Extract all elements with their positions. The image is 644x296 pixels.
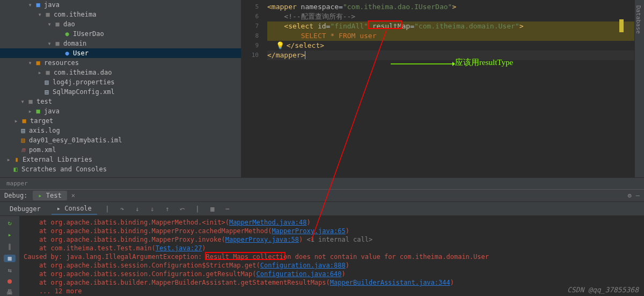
tree-pom[interactable]: mpom.xml: [0, 145, 241, 155]
code-line-10[interactable]: </mapper>: [267, 50, 634, 60]
console-tab[interactable]: ▸ Console: [52, 203, 97, 215]
test-folder-icon: ■: [34, 107, 42, 115]
view-breakpoints-button[interactable]: [4, 278, 16, 284]
tree-label: com.itheima.dao: [54, 69, 112, 76]
console-left-toolbar: ↻ ▸ ∥ ■ ⇆ 🖶 ⚙: [0, 216, 19, 296]
stack-trace-line[interactable]: at com.itheima.test.Test.main(Test.java:…: [24, 244, 640, 252]
right-tool-bar[interactable]: Database: [634, 0, 644, 177]
tree-java2[interactable]: ▸■java: [0, 106, 241, 116]
debug-label: Debug:: [4, 192, 27, 199]
file-icon: ▤: [19, 127, 27, 134]
print-button[interactable]: 🖶: [4, 288, 16, 296]
annotation-text: 应该用resultType: [455, 57, 513, 68]
tree-user[interactable]: ●User: [0, 48, 241, 58]
spacer: [56, 50, 62, 56]
package-icon: ■: [54, 40, 61, 47]
code-line-5[interactable]: <mapper namespace="com.itheima.dao.IUser…: [267, 2, 634, 12]
soft-wrap-button[interactable]: ⇆: [4, 266, 16, 274]
chevron-down-icon: ▾: [46, 40, 53, 47]
minimize-icon[interactable]: —: [636, 192, 640, 199]
tree-resources[interactable]: ▾■resources: [0, 58, 241, 68]
tree-target[interactable]: ▸■target: [0, 116, 241, 126]
intention-bulb-icon[interactable]: 💡: [276, 41, 284, 49]
tree-label: log4j.properties: [53, 78, 115, 86]
chevron-right-icon: ▸: [5, 156, 12, 163]
code-line-9[interactable]: 💡</select>: [267, 41, 634, 50]
tree-iml[interactable]: ▤day01_eesy_01mybatis.iml: [0, 135, 241, 145]
folder-icon: ■: [34, 1, 42, 9]
stack-trace-line[interactable]: at org.apache.ibatis.binding.MapperMetho…: [24, 218, 640, 227]
chevron-right-icon: ▸: [36, 69, 43, 76]
toolbar-sep2: |: [193, 204, 202, 214]
tree-test[interactable]: ▾■test: [0, 97, 241, 106]
tree-label: IUserDao: [73, 30, 104, 38]
pause-button[interactable]: ∥: [4, 243, 16, 250]
step-over-icon[interactable]: ↷: [118, 204, 127, 214]
project-tree[interactable]: ▾■java ▾■com.itheima ▾■dao ●IUserDao ▾■d…: [0, 0, 241, 177]
warning-stripe[interactable]: [619, 19, 624, 32]
breadcrumb-bar[interactable]: mapper: [0, 177, 644, 189]
code-line-8[interactable]: SELECT * FROM user: [267, 31, 634, 41]
line-gutter: 5 6 7 8 9 10: [241, 0, 263, 177]
code-editor[interactable]: 5 6 7 8 9 10 <mapper namespace="com.ithe…: [241, 0, 634, 177]
code-line-7[interactable]: <select id="findAll" resultMap="com.ithe…: [267, 21, 634, 31]
close-icon[interactable]: ×: [71, 192, 75, 199]
package-icon: ■: [44, 11, 52, 18]
tree-label: dao: [63, 20, 75, 28]
tree-domain[interactable]: ▾■domain: [0, 39, 241, 48]
tree-label: java: [44, 1, 60, 9]
scratches-icon: ◧: [12, 165, 19, 173]
chevron-down-icon: ▾: [27, 60, 33, 66]
debugger-tab[interactable]: Debugger: [4, 204, 46, 214]
stack-trace-line[interactable]: at org.apache.ibatis.binding.MapperProxy…: [24, 227, 640, 235]
tree-label: SqlMapConfig.xml: [53, 88, 115, 96]
module-icon: ▤: [19, 136, 27, 144]
tree-scratches[interactable]: ◧Scratches and Consoles: [0, 164, 241, 174]
tree-java[interactable]: ▾■java: [0, 0, 241, 10]
tree-dao[interactable]: ▾■dao: [0, 19, 241, 29]
target-icon: ■: [20, 117, 28, 125]
tree-iuserdao[interactable]: ●IUserDao: [0, 29, 241, 39]
step-out-icon[interactable]: ↑: [163, 204, 172, 214]
tree-sqlmapconfig[interactable]: ▤SqlMapConfig.xml: [0, 87, 241, 97]
stack-trace-line[interactable]: at org.apache.ibatis.session.Configurati…: [24, 261, 640, 270]
tree-ext-libs[interactable]: ▸▮External Libraries: [0, 155, 241, 164]
tree-com-itheima-dao[interactable]: ▸■com.itheima.dao: [0, 68, 241, 77]
evaluate-icon[interactable]: ▦: [208, 204, 217, 214]
annotation-arrow-icon: [391, 61, 455, 67]
drop-frame-icon[interactable]: ⤺: [178, 204, 187, 214]
settings-icon[interactable]: ⚙: [628, 192, 632, 199]
maven-icon: m: [19, 146, 27, 154]
stack-trace-line[interactable]: ... 12 more: [24, 287, 640, 295]
stack-trace-line[interactable]: at org.apache.ibatis.builder.MapperBuild…: [24, 278, 640, 287]
tree-log4j[interactable]: ▤log4j.properties: [0, 77, 241, 87]
code-line-6[interactable]: <!--配置查询所有-->: [267, 12, 634, 21]
tree-label: Scratches and Consoles: [21, 165, 107, 173]
console-output[interactable]: at org.apache.ibatis.binding.MapperMetho…: [19, 216, 644, 296]
tree-label: resources: [44, 59, 79, 67]
tree-axis-log[interactable]: ▤axis.log: [0, 126, 241, 135]
folder-icon: ■: [27, 98, 34, 105]
database-tool-label[interactable]: Database: [635, 0, 642, 34]
rerun-button[interactable]: ↻: [4, 219, 16, 227]
more-icon[interactable]: ⋯: [223, 204, 232, 214]
resume-button[interactable]: ▸: [4, 231, 16, 239]
breadcrumb-item[interactable]: mapper: [6, 180, 28, 187]
stack-trace-line[interactable]: at org.apache.ibatis.session.Configurati…: [24, 270, 640, 278]
step-into-icon[interactable]: ↓: [133, 204, 142, 214]
chevron-right-icon: ▸: [13, 118, 19, 124]
debug-tool-header[interactable]: Debug: ▸ Test × ⚙ —: [0, 189, 644, 202]
tree-com-itheima[interactable]: ▾■com.itheima: [0, 10, 241, 19]
library-icon: ▮: [13, 156, 20, 163]
stop-button[interactable]: ■: [4, 255, 16, 262]
chevron-down-icon: ▾: [36, 11, 43, 18]
stack-trace-line[interactable]: Caused by: java.lang.IllegalArgumentExce…: [24, 252, 640, 261]
toolbar-sep: |: [103, 204, 112, 214]
debug-config-tab[interactable]: ▸ Test: [33, 191, 67, 200]
force-step-into-icon[interactable]: ⇓: [148, 204, 157, 214]
stack-trace-line[interactable]: at org.apache.ibatis.binding.MapperProxy…: [24, 235, 640, 244]
code-content[interactable]: <mapper namespace="com.itheima.dao.IUser…: [263, 0, 634, 177]
console-icon: ▸: [57, 205, 64, 212]
package-icon: ■: [44, 69, 52, 76]
class-icon: ●: [63, 49, 71, 57]
